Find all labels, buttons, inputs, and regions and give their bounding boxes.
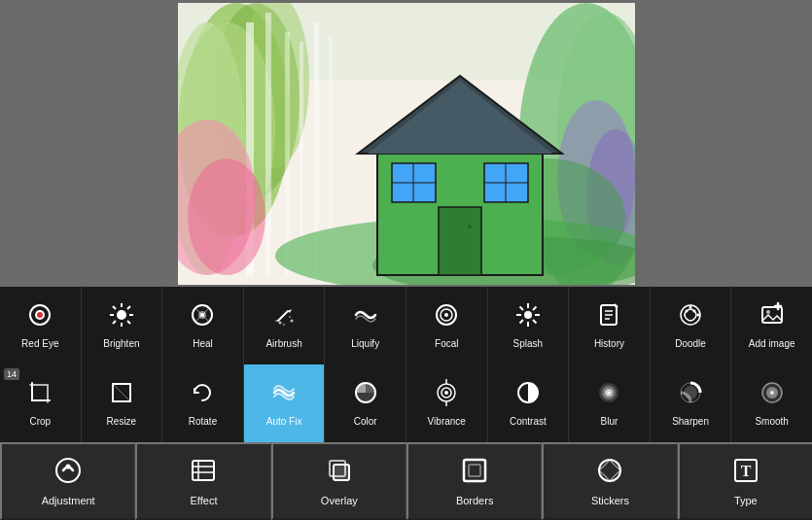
overlay-icon: [325, 456, 354, 489]
tab-stickers[interactable]: Stickers: [542, 442, 677, 520]
focal-icon: [433, 301, 460, 332]
tab-type[interactable]: T Type: [678, 442, 812, 520]
liquify-icon: [352, 301, 379, 332]
red-eye-icon: [26, 301, 53, 332]
svg-point-76: [697, 314, 700, 317]
tool-contrast-label: Contrast: [510, 416, 547, 428]
tool-splash[interactable]: Splash: [488, 287, 570, 364]
tab-effect[interactable]: Effect: [135, 442, 270, 520]
effect-icon: [189, 456, 218, 489]
tool-splash-label: Splash: [513, 338, 544, 350]
history-icon: [595, 301, 622, 332]
tool-brighten-label: Brighten: [103, 338, 139, 350]
color-icon: [352, 379, 379, 410]
borders-icon: [460, 456, 489, 489]
tab-stickers-label: Stickers: [591, 495, 629, 506]
tool-smooth-label: Smooth: [755, 416, 788, 428]
tool-red-eye[interactable]: Red Eye: [0, 287, 82, 364]
tool-blur[interactable]: Blur: [569, 364, 651, 442]
svg-point-87: [444, 391, 448, 395]
svg-line-66: [533, 307, 537, 311]
tool-smooth[interactable]: Smooth: [731, 364, 812, 442]
tool-add-image[interactable]: Add image: [731, 287, 812, 364]
svg-rect-103: [193, 461, 214, 480]
tool-history-label: History: [594, 338, 624, 350]
splash-icon: [514, 301, 542, 332]
svg-rect-9: [285, 32, 290, 275]
svg-point-51: [279, 322, 282, 325]
tool-vibrance[interactable]: Vibrance: [406, 364, 488, 442]
tool-doodle[interactable]: Doodle: [651, 287, 732, 364]
svg-point-78: [766, 310, 770, 314]
svg-rect-111: [469, 465, 480, 476]
tab-borders[interactable]: Borders: [406, 442, 542, 520]
tab-adjustment-label: Adjustment: [42, 495, 95, 506]
crop-badge: 14: [4, 368, 19, 380]
tool-liquify-label: Liquify: [351, 338, 379, 350]
tool-crop[interactable]: 14 Crop: [0, 364, 82, 442]
svg-point-54: [289, 316, 291, 318]
svg-line-45: [113, 321, 116, 324]
tool-auto-fix-label: Auto Fix: [266, 416, 302, 428]
tab-adjustment[interactable]: Adjustment: [0, 442, 135, 520]
airbrush-icon: [270, 301, 298, 332]
svg-line-43: [127, 321, 130, 324]
tool-rotate-label: Rotate: [189, 416, 217, 428]
heal-icon: [189, 301, 216, 332]
tool-add-image-label: Add image: [749, 338, 795, 350]
blur-icon: [595, 379, 622, 410]
tool-doodle-label: Doodle: [675, 338, 706, 350]
svg-point-112: [599, 460, 620, 481]
svg-point-94: [608, 392, 611, 395]
svg-text:T: T: [740, 463, 751, 479]
resize-icon: [108, 379, 135, 410]
tool-heal[interactable]: Heal: [162, 287, 244, 364]
tool-brighten[interactable]: Brighten: [82, 287, 163, 364]
svg-point-75: [689, 306, 692, 309]
svg-rect-8: [265, 13, 271, 275]
svg-point-100: [770, 391, 774, 395]
svg-point-55: [291, 320, 294, 323]
canvas-image: [178, 3, 635, 285]
smooth-icon: [759, 379, 786, 410]
svg-rect-32: [439, 207, 481, 275]
tool-airbrush[interactable]: Airbrush: [244, 287, 326, 364]
svg-point-74: [693, 310, 696, 313]
tab-overlay[interactable]: Overlay: [271, 442, 406, 520]
svg-point-101: [56, 459, 80, 482]
sharpen-icon: [677, 379, 704, 410]
adjustment-icon: [53, 456, 83, 489]
rotate-icon: [189, 379, 216, 410]
tool-color[interactable]: Color: [325, 364, 406, 442]
tab-type-label: Type: [734, 495, 758, 506]
svg-point-52: [283, 324, 285, 326]
svg-line-67: [519, 320, 523, 324]
tool-sharpen[interactable]: Sharpen: [651, 364, 732, 442]
svg-line-64: [519, 307, 523, 311]
tool-resize[interactable]: Resize: [82, 364, 163, 442]
tool-focal-label: Focal: [435, 338, 458, 350]
tool-focal[interactable]: Focal: [406, 287, 488, 364]
tool-history[interactable]: History: [569, 287, 651, 364]
tool-contrast[interactable]: Contrast: [488, 364, 570, 442]
type-icon: T: [731, 456, 760, 489]
svg-point-102: [66, 465, 71, 469]
svg-rect-110: [464, 460, 485, 481]
svg-point-37: [117, 310, 126, 320]
svg-rect-109: [334, 465, 349, 480]
tab-overlay-label: Overlay: [321, 495, 358, 506]
crop-icon: [26, 379, 53, 410]
contrast-icon: [514, 379, 542, 410]
toolbar-row2: 14 Crop Resize: [0, 364, 812, 442]
tool-auto-fix[interactable]: Auto Fix: [244, 364, 326, 442]
tool-airbrush-label: Airbrush: [265, 338, 301, 350]
tool-liquify[interactable]: Liquify: [325, 287, 406, 364]
tool-rotate[interactable]: Rotate: [162, 364, 244, 442]
tool-sharpen-label: Sharpen: [672, 416, 709, 428]
svg-rect-81: [32, 385, 48, 400]
brighten-icon: [108, 301, 135, 332]
svg-point-58: [444, 313, 448, 317]
toolbar-row1: Red Eye Brighten: [0, 287, 812, 364]
stickers-icon: [595, 456, 624, 489]
svg-point-33: [468, 225, 472, 228]
